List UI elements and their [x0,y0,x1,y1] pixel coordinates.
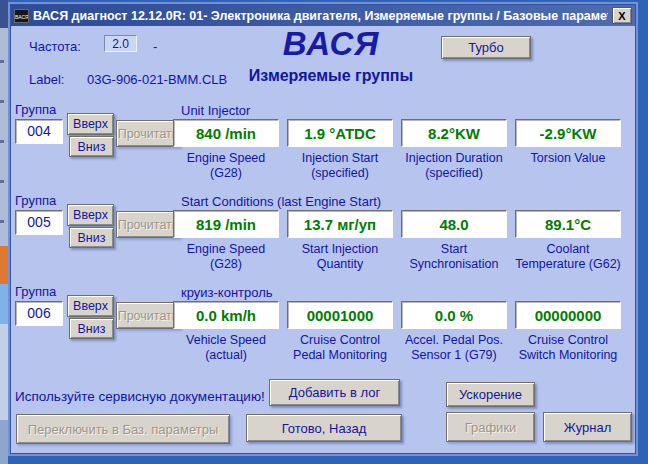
frequency-value-box: 2.0 [104,35,137,52]
measurement-value: 1.9 °ATDC [287,119,393,147]
measurement-value: 0.0 km/h [173,301,279,329]
measurement-value: 00001000 [287,301,393,329]
group-caption: Группа [15,284,56,299]
app-icon: ВАСЯ [14,9,29,23]
service-doc-notice: Используйте сервисную документацию! [15,389,265,404]
vcds-window: ВАСЯ ВАСЯ диагност 12.12.0R: 01- Электро… [8,2,638,456]
group-title: Start Conditions (last Engine Start) [181,194,381,209]
measurement-label: Start Injection Quantity [287,242,393,272]
measurement-value: 8.2°KW [401,119,507,147]
window-titlebar[interactable]: ВАСЯ ВАСЯ диагност 12.12.0R: 01- Электро… [11,5,635,26]
acceleration-button[interactable]: Ускорение [446,382,535,407]
measurement-label: Start Synchronisation [401,242,507,272]
measurement-label: Vehicle Speed (actual) [173,333,279,363]
group-up-button[interactable]: Вверх [67,295,114,317]
measurement-label: Engine Speed (G28) [173,242,279,272]
measurement-label: Coolant Temperature (G62) [515,242,621,272]
measuring-group-row: Группа 005 Вверх Вниз Прочитать Start Co… [11,193,635,283]
sliver-dash [0,140,4,143]
group-title: Unit Injector [181,103,250,118]
measuring-group-row: Группа 006 Вверх Вниз Прочитать круиз-ко… [11,284,635,374]
client-area: Частота: 2.0 - ВАСЯ Турбо Label: 03G-906… [11,26,635,453]
group-down-button[interactable]: Вниз [69,227,114,248]
group-caption: Группа [15,102,56,117]
measurement-label: Accel. Pedal Pos. Sensor 1 (G79) [401,333,507,363]
label-file-value: 03G-906-021-BMM.CLB [87,72,227,87]
measurement-label: Cruise Control Pedal Monitoring [287,333,393,363]
done-back-button[interactable]: Готово, Назад [246,414,402,442]
group-up-button[interactable]: Вверх [67,113,114,135]
group-up-button[interactable]: Вверх [67,204,114,226]
add-to-log-button[interactable]: Добавить в лог [269,379,400,406]
group-title: круиз-контроль [181,285,273,300]
sliver-dash [0,180,4,183]
group-read-button: Прочитать [116,120,180,147]
app-logo: ВАСЯ [211,25,451,63]
frequency-label: Частота: [29,39,81,54]
group-read-button: Прочитать [116,211,180,238]
graphs-button: Графики [446,412,535,442]
measurement-value: 48.0 [401,210,507,238]
measurement-value: -2.9°KW [515,119,621,147]
sliver-fragment [0,324,8,420]
measurement-value: 0.0 % [401,301,507,329]
switch-to-basic-button: Переключить в Баз. параметры [16,414,230,444]
sliver-dash [0,60,4,63]
measurement-value: 00000000 [515,301,621,329]
measurement-label: Cruise Control Switch Monitoring [515,333,621,363]
close-icon[interactable]: X [612,7,632,24]
group-down-button[interactable]: Вниз [69,136,114,157]
sliver-dash [0,100,4,103]
group-number-input[interactable]: 004 [15,119,63,144]
page-title: Измеряемые группы [211,67,451,85]
measuring-group-row: Группа 004 Вверх Вниз Прочитать Unit Inj… [11,102,635,192]
frequency-dash: - [153,39,157,54]
sliver-dash [0,220,4,223]
group-number-input[interactable]: 005 [15,210,63,235]
turbo-button[interactable]: Турбо [441,36,531,59]
background-window-sliver [0,0,8,464]
sliver-fragment [0,420,8,464]
sliver-fragment [0,284,8,324]
window-title: ВАСЯ диагност 12.12.0R: 01- Электроника … [33,9,608,23]
measurement-label: Torsion Value [515,151,621,166]
sliver-fragment [0,0,8,28]
measurement-label: Injection Start (specified) [287,151,393,181]
group-caption: Группа [15,193,56,208]
measurement-value: 89.1°C [515,210,621,238]
sliver-fragment [0,246,8,284]
measurement-value: 840 /min [173,119,279,147]
measurement-value: 819 /min [173,210,279,238]
measurement-value: 13.7 мг/уп [287,210,393,238]
label-caption: Label: [29,72,64,87]
group-number-input[interactable]: 006 [15,301,63,326]
measurement-label: Injection Duration (specified) [401,151,507,181]
group-read-button: Прочитать [116,302,180,329]
measurement-label: Engine Speed (G28) [173,151,279,181]
group-down-button[interactable]: Вниз [69,318,114,339]
log-button[interactable]: Журнал [543,412,632,442]
